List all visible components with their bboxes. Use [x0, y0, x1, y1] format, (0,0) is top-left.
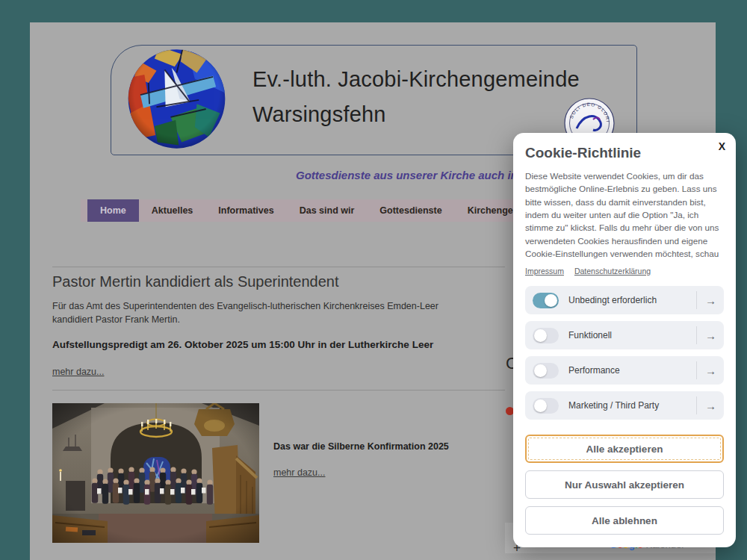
arrow-right-icon[interactable]: → [705, 399, 716, 412]
article-title: Das war die Silberne Konfirmation 2025 [273, 441, 453, 452]
accept-all-button[interactable]: Alle akzeptieren [525, 435, 724, 463]
switch-knob [534, 399, 547, 412]
screen: Ev.-luth. Jacobi-Kirchengemeinde Warsing… [0, 0, 747, 560]
nav-item-home[interactable]: Home [87, 199, 139, 222]
toggle-switch-functional[interactable] [533, 328, 559, 343]
switch-knob [534, 364, 547, 377]
divider [696, 361, 697, 379]
church-interior-photo [52, 403, 259, 543]
toggle-row-performance: Performance → [525, 356, 724, 385]
divider [52, 267, 505, 267]
arrow-right-icon[interactable]: → [705, 329, 716, 342]
site-title: Ev.-luth. Jacobi-Kirchengemeinde Warsing… [252, 62, 580, 132]
divider [52, 390, 505, 391]
cookie-toggle-list: Unbedingt erforderlich → Funktionell → P… [525, 286, 724, 420]
divider [696, 396, 697, 414]
impressum-link[interactable]: Impressum [525, 267, 564, 276]
nav-item-gottesdienste[interactable]: Gottesdienste [367, 199, 454, 222]
datenschutz-link[interactable]: Datenschutzerklärung [574, 267, 651, 276]
site-title-line1: Ev.-luth. Jacobi-Kirchengemeinde [252, 62, 580, 97]
cookie-consent-dialog: X Cookie-Richtlinie Diese Website verwen… [513, 133, 736, 547]
cookie-dialog-text: Diese Website verwendet Cookies, um dir … [525, 169, 724, 260]
toggle-label: Funktionell [568, 330, 612, 340]
article-title: Pastor Mertin kandidiert als Superintend… [52, 273, 339, 290]
church-logo-stained-glass-icon [125, 49, 228, 149]
nav-item-das-sind-wir[interactable]: Das sind wir [287, 199, 368, 222]
nav-item-aktuelles[interactable]: Aktuelles [139, 199, 206, 222]
article-body: Für das Amt des Superintendenten des Eva… [52, 299, 459, 326]
arrow-right-icon[interactable]: → [705, 294, 716, 307]
toggle-row-functional: Funktionell → [525, 321, 724, 349]
toggle-switch-essential[interactable] [533, 293, 559, 308]
accept-selection-button[interactable]: Nur Auswahl akzeptieren [525, 470, 724, 499]
cookie-dialog-title: Cookie-Richtlinie [525, 145, 724, 161]
reject-all-button[interactable]: Alle ablehnen [525, 506, 724, 535]
toggle-row-marketing: Marketing / Third Party → [525, 391, 724, 420]
divider [696, 326, 697, 344]
nav-item-informatives[interactable]: Informatives [205, 199, 286, 222]
toggle-switch-performance[interactable] [533, 363, 559, 379]
close-icon[interactable]: X [719, 140, 725, 152]
more-link[interactable]: mehr dazu... [273, 467, 325, 478]
arrow-right-icon[interactable]: → [705, 364, 716, 377]
toggle-row-essential: Unbedingt erforderlich → [525, 286, 724, 314]
more-link[interactable]: mehr dazu... [52, 367, 104, 377]
site-title-line2: Warsingsfehn [252, 97, 580, 132]
toggle-label: Marketing / Third Party [568, 400, 659, 411]
switch-knob [545, 294, 557, 307]
switch-knob [534, 329, 547, 342]
toggle-switch-marketing[interactable] [533, 398, 559, 414]
divider [696, 291, 697, 309]
article-highlight: Aufstellungspredigt am 26. Oktober 2025 … [52, 339, 433, 350]
toggle-label: Performance [568, 365, 620, 376]
toggle-label: Unbedingt erforderlich [568, 295, 657, 305]
